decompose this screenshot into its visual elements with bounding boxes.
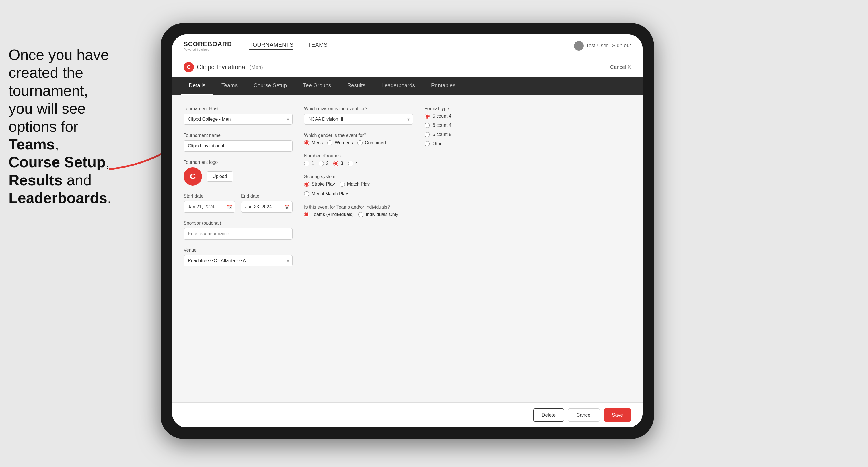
individuals-only-radio[interactable] xyxy=(358,212,364,217)
tournament-name-group: Tournament name xyxy=(184,133,292,152)
gender-radio-group: Mens Womens Combined xyxy=(304,140,413,146)
tournament-host-wrapper: Clippd College - Men xyxy=(184,114,292,125)
logo-title: SCOREBOARD xyxy=(184,40,232,48)
nav-tournaments[interactable]: TOURNAMENTS xyxy=(249,41,293,50)
scoring-medal-radio[interactable] xyxy=(304,191,309,196)
tab-results[interactable]: Results xyxy=(339,77,373,95)
tablet-screen: SCOREBOARD Powered by clippd TOURNAMENTS… xyxy=(172,34,643,428)
sponsor-group: Sponsor (optional) xyxy=(184,221,292,240)
venue-wrapper: Peachtree GC - Atlanta - GA xyxy=(184,255,292,266)
user-area: Test User | Sign out xyxy=(574,41,631,51)
rounds-radio-group: 1 2 3 4 xyxy=(304,161,413,166)
tab-details[interactable]: Details xyxy=(181,77,213,95)
format-6count5-radio[interactable] xyxy=(425,132,430,137)
sponsor-input[interactable] xyxy=(184,228,292,240)
format-other-label: Other xyxy=(433,141,444,146)
scoring-stroke-radio[interactable] xyxy=(304,182,309,187)
format-type-options: 5 count 4 6 count 4 6 count 5 xyxy=(425,114,631,146)
logo-area: SCOREBOARD Powered by clippd xyxy=(184,40,232,51)
division-wrapper: NCAA Division III xyxy=(304,114,413,125)
start-date-label: Start date xyxy=(184,194,235,199)
individuals-only[interactable]: Individuals Only xyxy=(358,212,398,217)
scoring-stroke-play[interactable]: Stroke Play xyxy=(304,182,335,187)
teams-plus-label: Teams (+Individuals) xyxy=(311,212,354,217)
division-select[interactable]: NCAA Division III xyxy=(304,114,413,125)
instruction-line2: created the xyxy=(9,64,83,81)
rounds-label: Number of rounds xyxy=(304,153,413,159)
gender-womens-radio[interactable] xyxy=(327,140,333,146)
teams-individuals-radio-group: Teams (+Individuals) Individuals Only xyxy=(304,212,413,217)
gender-combined[interactable]: Combined xyxy=(358,140,386,146)
rounds-group: Number of rounds 1 2 xyxy=(304,153,413,166)
gender-mens-label: Mens xyxy=(311,140,323,146)
user-info[interactable]: Test User | Sign out xyxy=(586,43,631,49)
end-date-input[interactable] xyxy=(241,201,292,213)
gender-combined-radio[interactable] xyxy=(358,140,363,146)
scoring-match-radio[interactable] xyxy=(340,182,345,187)
scoring-match-label: Match Play xyxy=(347,182,370,187)
format-other[interactable]: Other xyxy=(425,141,631,146)
rounds-1-label: 1 xyxy=(311,161,314,166)
tab-printables[interactable]: Printables xyxy=(423,77,464,95)
rounds-2-radio[interactable] xyxy=(319,161,324,166)
format-other-radio[interactable] xyxy=(425,141,430,146)
rounds-1[interactable]: 1 xyxy=(304,161,314,166)
nav-teams[interactable]: TEAMS xyxy=(308,41,328,50)
venue-select[interactable]: Peachtree GC - Atlanta - GA xyxy=(184,255,292,266)
format-type-group: Format type 5 count 4 6 count 4 xyxy=(425,106,631,146)
rounds-3-radio[interactable] xyxy=(333,161,339,166)
venue-group: Venue Peachtree GC - Atlanta - GA xyxy=(184,248,292,266)
gender-mens[interactable]: Mens xyxy=(304,140,323,146)
format-6count4[interactable]: 6 count 4 xyxy=(425,123,631,128)
scoring-match-play[interactable]: Match Play xyxy=(340,182,370,187)
venue-label: Venue xyxy=(184,248,292,253)
instruction-line4: you will see xyxy=(9,100,86,117)
format-type-label: Format type xyxy=(425,106,631,111)
individuals-only-label: Individuals Only xyxy=(366,212,398,217)
rounds-3[interactable]: 3 xyxy=(333,161,343,166)
tournament-name: Clippd Invitational xyxy=(197,63,247,71)
tab-leaderboards[interactable]: Leaderboards xyxy=(373,77,423,95)
nav-links: TOURNAMENTS TEAMS xyxy=(249,41,574,50)
rounds-4-radio[interactable] xyxy=(348,161,353,166)
delete-button[interactable]: Delete xyxy=(533,408,564,422)
gender-label: Which gender is the event for? xyxy=(304,133,413,138)
scoring-stroke-label: Stroke Play xyxy=(311,182,335,187)
start-date-input[interactable] xyxy=(184,201,235,213)
tab-course-setup[interactable]: Course Setup xyxy=(246,77,295,95)
tournament-host-select[interactable]: Clippd College - Men xyxy=(184,114,292,125)
rounds-1-radio[interactable] xyxy=(304,161,309,166)
format-5count4-radio[interactable] xyxy=(425,114,430,119)
rounds-4[interactable]: 4 xyxy=(348,161,358,166)
tablet-device: SCOREBOARD Powered by clippd TOURNAMENTS… xyxy=(161,23,654,439)
end-date-wrapper xyxy=(241,201,292,213)
save-button[interactable]: Save xyxy=(604,408,631,422)
division-group: Which division is the event for? NCAA Di… xyxy=(304,106,413,125)
scoring-group: Scoring system Stroke Play Match Play xyxy=(304,174,413,196)
format-6count5[interactable]: 6 count 5 xyxy=(425,132,631,137)
tab-tee-groups[interactable]: Tee Groups xyxy=(295,77,339,95)
rounds-3-label: 3 xyxy=(341,161,343,166)
tournament-header: C Clippd Invitational (Men) Cancel X xyxy=(172,57,643,77)
format-5count4[interactable]: 5 count 4 xyxy=(425,114,631,119)
start-date-wrapper xyxy=(184,201,235,213)
upload-button[interactable]: Upload xyxy=(207,171,233,182)
instruction-line5: options for xyxy=(9,118,78,135)
teams-plus-individuals[interactable]: Teams (+Individuals) xyxy=(304,212,354,217)
rounds-2[interactable]: 2 xyxy=(319,161,329,166)
instruction-course-setup: Course Setup xyxy=(9,154,105,170)
logo-upload-area: C Upload xyxy=(184,167,292,186)
gender-womens-label: Womens xyxy=(335,140,353,146)
tab-teams[interactable]: Teams xyxy=(213,77,246,95)
format-6count5-label: 6 count 5 xyxy=(433,132,452,137)
left-column: Tournament Host Clippd College - Men Tou… xyxy=(184,106,292,274)
cancel-button[interactable]: Cancel xyxy=(568,408,600,422)
tournament-name-input[interactable] xyxy=(184,140,292,152)
gender-mens-radio[interactable] xyxy=(304,140,309,146)
gender-womens[interactable]: Womens xyxy=(327,140,353,146)
dates-group: Start date End date xyxy=(184,194,292,213)
teams-plus-radio[interactable] xyxy=(304,212,309,217)
cancel-tournament-button[interactable]: Cancel X xyxy=(610,64,631,70)
scoring-medal-match-play[interactable]: Medal Match Play xyxy=(304,191,348,196)
format-6count4-radio[interactable] xyxy=(425,123,430,128)
